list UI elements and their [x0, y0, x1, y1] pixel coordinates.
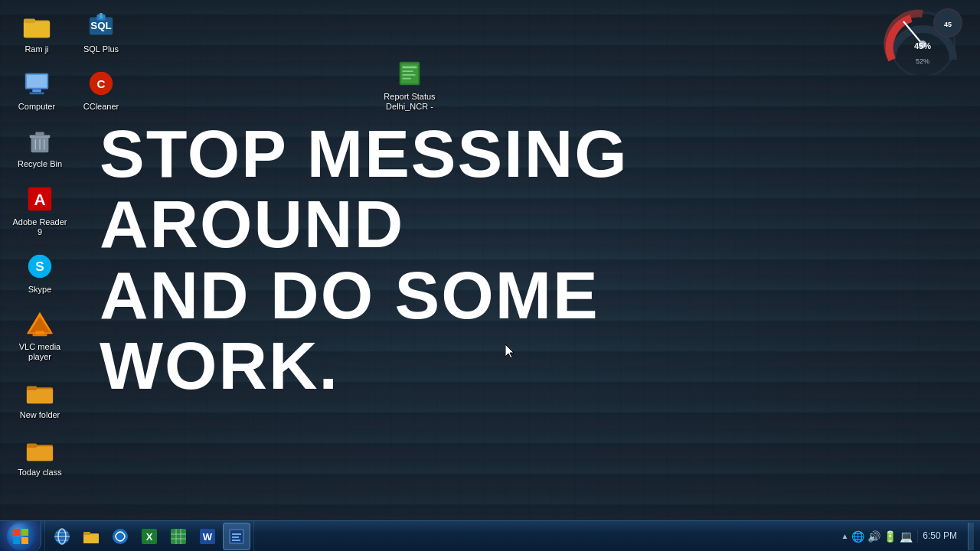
- system-clock[interactable]: 6:50 PM: [917, 530, 962, 543]
- taskbar-icon-word[interactable]: W: [194, 523, 221, 550]
- motivational-line3: AND DO SOME: [100, 260, 629, 331]
- windows-logo: [12, 528, 29, 545]
- ie-icon: [53, 527, 71, 546]
- desktop-icon-ramji[interactable]: Ram ji: [6, 8, 67, 57]
- ccleaner-icon: C: [86, 68, 116, 99]
- sqlplus-icon: SQL: [86, 11, 116, 41]
- desktop-icon-skype[interactable]: S Skype: [9, 248, 70, 298]
- start-orb[interactable]: [7, 523, 34, 550]
- taskbar-icon-active[interactable]: [223, 523, 250, 550]
- system-tray: ▲ 🌐 🔊 🔋 💻: [841, 530, 913, 543]
- today-class-label: Today class: [18, 468, 61, 478]
- svg-rect-57: [83, 534, 99, 543]
- svg-rect-31: [27, 446, 53, 461]
- skype-label: Skype: [28, 285, 52, 295]
- desktop-icon-report[interactable]: Report Status Delhi_NCR -: [379, 55, 440, 115]
- desktop-icon-todayclass[interactable]: Today class: [9, 431, 70, 481]
- skype-icon: S: [24, 251, 55, 282]
- desktop-icon-ccleaner[interactable]: C CCleaner: [70, 65, 132, 115]
- taskbar: X W: [0, 520, 980, 551]
- svg-rect-26: [33, 334, 47, 336]
- tray-icon-network[interactable]: 🌐: [851, 530, 864, 543]
- taskbar-icon-excel[interactable]: X: [136, 523, 163, 550]
- tray-icon-battery[interactable]: 🔋: [884, 530, 897, 543]
- svg-text:S: S: [35, 259, 44, 274]
- svg-rect-49: [13, 537, 20, 544]
- svg-text:W: W: [203, 531, 213, 543]
- tray-icon-volume[interactable]: 🔊: [867, 530, 880, 543]
- vlc-icon: [24, 308, 55, 339]
- motivational-line4: WORK.: [100, 331, 629, 401]
- desktop: Ram ji SQL SQL Plus: [0, 0, 980, 551]
- svg-rect-2: [24, 19, 35, 24]
- sqlplus-svg: SQL: [87, 11, 116, 41]
- computer-icon: [21, 68, 52, 99]
- ccleaner-label: CCleaner: [83, 102, 119, 112]
- taskbar-icon-ie2[interactable]: [106, 523, 134, 550]
- taskbar-icon-ie[interactable]: [48, 523, 76, 550]
- desktop-icon-sqlplus[interactable]: SQL SQL Plus: [70, 8, 132, 57]
- svg-rect-15: [35, 132, 44, 135]
- svg-rect-36: [403, 70, 413, 72]
- svg-rect-1: [24, 21, 50, 37]
- taskmanager-icon: [227, 527, 246, 546]
- desktop-icon-newfolder[interactable]: New folder: [9, 373, 70, 423]
- svg-rect-9: [32, 90, 41, 93]
- svg-rect-47: [13, 529, 20, 536]
- explorer-icon: [82, 527, 100, 546]
- sqlplus-label: SQL Plus: [83, 44, 119, 54]
- svg-rect-72: [232, 536, 239, 538]
- svg-text:X: X: [146, 531, 153, 543]
- new-folder-icon: [24, 377, 55, 407]
- desktop-icon-recycle[interactable]: Recycle Bin: [9, 122, 70, 172]
- word-icon: W: [198, 527, 217, 546]
- svg-rect-48: [21, 529, 28, 536]
- svg-text:45%: 45%: [914, 41, 931, 51]
- svg-rect-28: [27, 389, 53, 403]
- svg-rect-62: [171, 529, 186, 544]
- motivational-line2: AROUND: [100, 189, 629, 259]
- svg-rect-38: [403, 78, 411, 80]
- vlc-label: VLC media player: [12, 342, 67, 362]
- motivational-line1: STOP MESSING: [100, 119, 629, 189]
- desktop-icon-adobe[interactable]: A Adobe Reader 9: [9, 181, 70, 240]
- skype-svg: S: [25, 252, 54, 281]
- start-button[interactable]: [0, 521, 41, 552]
- svg-rect-73: [232, 540, 240, 541]
- adobe-svg: A: [25, 184, 54, 214]
- ramji-icon: [21, 11, 52, 41]
- svg-text:52%: 52%: [916, 57, 929, 65]
- svg-rect-14: [30, 135, 51, 139]
- tray-icon-monitor[interactable]: 💻: [900, 530, 913, 543]
- ramji-label: Ram ji: [24, 44, 48, 54]
- motivational-text: STOP MESSING AROUND AND DO SOME WORK.: [100, 119, 629, 402]
- newfolder-svg: [25, 377, 54, 406]
- svg-rect-29: [27, 386, 37, 390]
- desktop-icon-vlc[interactable]: VLC media player: [9, 305, 70, 365]
- svg-rect-37: [403, 74, 416, 76]
- show-desktop-button[interactable]: [968, 523, 974, 550]
- taskbar-icon-explorer[interactable]: [77, 523, 105, 550]
- taskbar-pinned: X W: [44, 521, 254, 551]
- tray-expand-arrow[interactable]: ▲: [841, 532, 848, 540]
- adobe-icon: A: [24, 184, 55, 214]
- svg-rect-35: [403, 67, 417, 69]
- clock-time: 6:50 PM: [923, 530, 957, 543]
- vlc-svg: [25, 309, 54, 338]
- desktop-icon-computer[interactable]: Computer: [6, 65, 67, 115]
- svg-text:A: A: [34, 190, 45, 207]
- computer-label: Computer: [18, 102, 55, 112]
- svg-text:45: 45: [944, 21, 952, 28]
- svg-rect-6: [100, 13, 103, 19]
- taskbar-icon-excel2[interactable]: [165, 523, 192, 550]
- recycle-label: Recycle Bin: [18, 159, 62, 169]
- gauge-widget: 45% 52% 45: [880, 6, 965, 75]
- svg-rect-71: [232, 533, 241, 535]
- svg-text:C: C: [97, 77, 106, 90]
- report-status-icon: [394, 58, 425, 89]
- excel2-icon: [169, 527, 188, 546]
- svg-rect-58: [83, 532, 90, 535]
- ccleaner-svg: C: [87, 69, 116, 98]
- recycle-bin-icon: [24, 126, 55, 156]
- svg-rect-50: [21, 537, 28, 544]
